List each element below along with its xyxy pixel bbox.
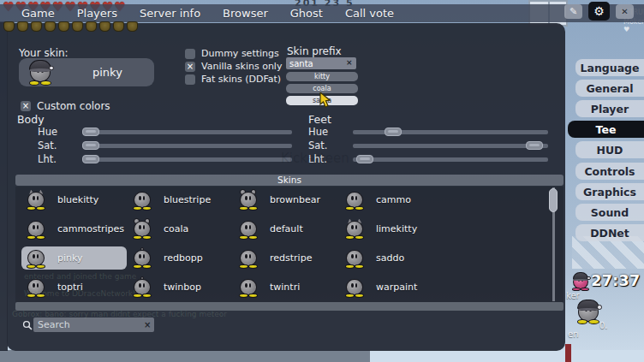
slider-handle[interactable]: [82, 155, 99, 163]
menu-tab-call-vote[interactable]: Call vote: [345, 7, 394, 20]
tee-foot: [133, 235, 141, 240]
settings-tab-graphics[interactable]: Graphics: [575, 183, 644, 200]
menu-tab-server-info[interactable]: Server info: [140, 7, 200, 20]
slider-label: Hue: [38, 126, 82, 138]
settings-tab-general[interactable]: General: [575, 80, 644, 97]
slider-track[interactable]: [82, 157, 292, 162]
skin-item-limekitty[interactable]: limekitty: [340, 217, 445, 240]
skin-item-brownbear[interactable]: brownbear: [234, 188, 339, 211]
checkbox[interactable]: [185, 49, 195, 59]
skin-item-name: coala: [164, 223, 188, 234]
skin-prefix-label: Skin prefix: [287, 45, 342, 57]
skin-item-cammostripes[interactable]: cammostripes: [21, 217, 127, 240]
armor-shield-icon: [86, 21, 97, 32]
hud-armor-row: [3, 21, 138, 32]
slider-handle[interactable]: [526, 141, 543, 150]
menu-tab-game[interactable]: Game: [21, 7, 55, 20]
menu-tab-browser[interactable]: Browser: [223, 7, 268, 20]
fat-skins-checkbox-row[interactable]: Fat skins (DDFat): [185, 74, 281, 85]
settings-tab-controls[interactable]: Controls: [575, 163, 644, 180]
background-text: 0.: [599, 321, 608, 330]
hat-bobble-icon: [597, 305, 602, 310]
tee-foot: [248, 235, 257, 240]
slider-label: Hue: [308, 126, 353, 138]
checkbox-label: Custom colors: [37, 100, 110, 112]
your-skin-label: Your skin:: [19, 47, 69, 59]
editor-button[interactable]: ✎: [564, 4, 582, 19]
tee-foot: [355, 235, 363, 240]
skin-tee-icon: [238, 190, 259, 211]
prefix-option-kitty[interactable]: kitty: [286, 72, 358, 81]
slider-handle[interactable]: [82, 141, 99, 150]
background-red-bar: [565, 344, 571, 362]
slider-handle[interactable]: [356, 155, 373, 163]
skins-scrollbar-thumb[interactable]: [549, 188, 558, 212]
skin-item-twintri[interactable]: twintri: [234, 276, 339, 299]
skin-item-redbopp[interactable]: redbopp: [128, 246, 233, 270]
settings-tab-ddnet[interactable]: DDNet: [575, 224, 644, 241]
armor-shield-icon: [31, 21, 42, 32]
settings-tab-sound[interactable]: Sound: [575, 204, 644, 221]
skin-item-bluekitty[interactable]: bluekitty: [21, 188, 127, 211]
checkbox[interactable]: ×: [185, 62, 195, 72]
current-skin-button[interactable]: pinky: [19, 58, 154, 86]
pencil-icon: ✎: [569, 6, 577, 17]
skin-item-name: limekitty: [376, 223, 417, 234]
settings-tab-hud[interactable]: HUD: [575, 141, 644, 158]
slider-handle[interactable]: [82, 128, 99, 136]
skin-tee-icon: [26, 219, 46, 240]
skin-item-default[interactable]: default: [234, 217, 339, 240]
skin-tee-icon: [238, 219, 259, 240]
skin-item-saddo[interactable]: saddo: [340, 246, 445, 270]
tee-foot: [577, 319, 588, 324]
tee-foot: [29, 80, 40, 86]
clear-prefix-icon[interactable]: ×: [346, 58, 353, 67]
settings-tab-language[interactable]: Language: [575, 59, 644, 76]
skin-item-redstripe[interactable]: redstripe: [234, 246, 339, 270]
skin-item-pinky[interactable]: pinky: [21, 246, 127, 270]
slider-track[interactable]: [353, 144, 548, 148]
close-button[interactable]: ✕: [616, 4, 634, 19]
dummy-settings-checkbox-row[interactable]: Dummy settings: [185, 48, 279, 59]
top-menu-bar: GamePlayersServer infoBrowserGhostCall v…: [0, 4, 644, 22]
slider-track[interactable]: [353, 130, 548, 134]
settings-button[interactable]: ⚙: [588, 2, 610, 21]
checkbox[interactable]: [185, 74, 195, 85]
skin-item-coala[interactable]: coala: [128, 217, 233, 240]
tee-foot: [27, 235, 35, 240]
skin-item-name: redbopp: [164, 252, 203, 264]
current-skin-tee-icon: [27, 60, 53, 86]
settings-tab-player[interactable]: Player: [575, 100, 644, 117]
menu-tab-players[interactable]: Players: [77, 7, 117, 20]
armor-shield-icon: [58, 21, 69, 32]
slider-handle[interactable]: [385, 128, 402, 136]
checkbox[interactable]: ×: [21, 101, 31, 111]
tee-eye: [351, 254, 354, 258]
skin-item-bluestripe[interactable]: bluestripe: [128, 188, 233, 211]
slider-track[interactable]: [353, 157, 548, 162]
custom-colors-checkbox-row[interactable]: × Custom colors: [21, 100, 110, 112]
vanilla-skins-checkbox-row[interactable]: × Vanilla skins only: [185, 61, 282, 72]
tee-foot: [345, 206, 354, 211]
skin-item-cammo[interactable]: cammo: [340, 188, 445, 211]
skin-item-warpaint[interactable]: warpaint: [340, 276, 445, 299]
tee-eye: [245, 196, 247, 200]
background-chat-line: entered and joined the game: [24, 272, 136, 281]
clear-search-icon[interactable]: ×: [144, 320, 151, 329]
body-color-title: Body: [17, 113, 45, 126]
skin-tee-icon: [132, 248, 152, 269]
tee-foot: [355, 264, 363, 269]
skin-tee-icon: [344, 190, 365, 211]
slider-track[interactable]: [82, 144, 292, 148]
slider-track[interactable]: [82, 130, 292, 134]
tee-eye: [139, 225, 141, 229]
skin-item-name: pinky: [57, 252, 83, 264]
search-input[interactable]: [33, 317, 154, 332]
background-chat-line: Gobrox: bano: sorry man didnt expect a f…: [12, 310, 227, 318]
menu-tab-ghost[interactable]: Ghost: [290, 7, 323, 20]
skin-tee-icon: [132, 190, 152, 211]
settings-tab-tee[interactable]: Tee: [568, 121, 644, 138]
skin-item-name: bluekitty: [57, 194, 98, 205]
tee-eye: [33, 254, 35, 258]
skin-item-twinbop[interactable]: twinbop: [128, 276, 233, 299]
